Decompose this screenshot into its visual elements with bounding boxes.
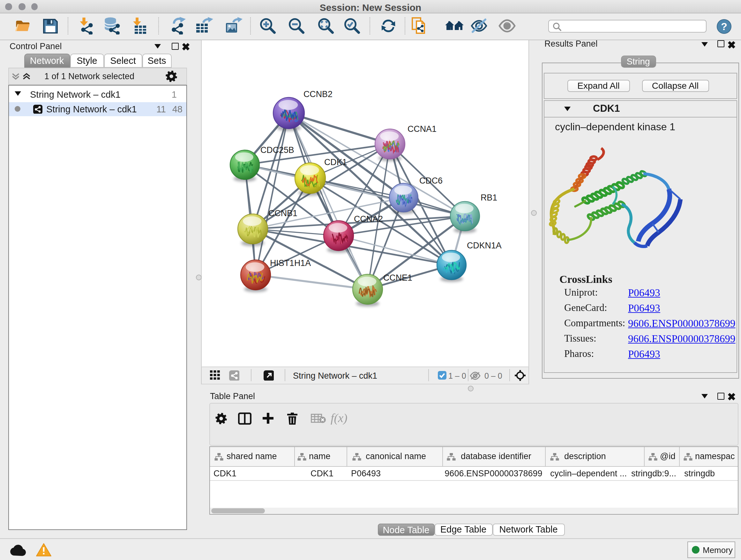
svg-text:CDK1: CDK1 xyxy=(324,157,347,167)
svg-text:CCNE1: CCNE1 xyxy=(383,273,412,282)
svg-text:CCNA2: CCNA2 xyxy=(354,214,383,224)
svg-text:CCNB2: CCNB2 xyxy=(303,89,332,99)
svg-text:HIST1H1A: HIST1H1A xyxy=(270,258,311,267)
svg-text:CDC6: CDC6 xyxy=(419,176,442,185)
svg-text:RB1: RB1 xyxy=(480,192,497,202)
svg-text:CCNB1: CCNB1 xyxy=(268,208,297,218)
svg-text:CDKN1A: CDKN1A xyxy=(467,240,501,250)
svg-text:CDC25B: CDC25B xyxy=(260,145,294,154)
svg-text:CCNA1: CCNA1 xyxy=(407,124,436,133)
